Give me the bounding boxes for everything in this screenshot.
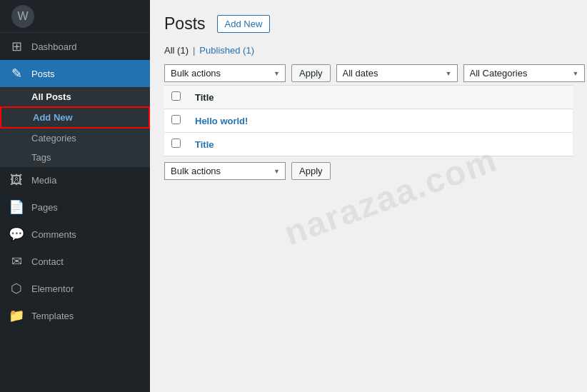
header-checkbox-col xyxy=(164,86,188,109)
page-header: Posts Add New xyxy=(164,14,573,34)
sidebar-item-media-label: Media xyxy=(31,175,56,186)
sidebar-item-posts-label: Posts xyxy=(31,69,55,79)
row-bottom-title-cell: Title xyxy=(188,133,573,156)
all-categories-select[interactable]: All Categories xyxy=(463,64,585,82)
elementor-icon: ⬡ xyxy=(9,281,24,296)
submenu-all-posts[interactable]: All Posts xyxy=(0,87,150,106)
all-categories-wrapper: All Categories xyxy=(463,64,585,82)
dashboard-icon: ⊞ xyxy=(9,39,24,54)
media-icon: 🖼 xyxy=(9,173,24,188)
top-toolbar: Bulk actions Edit Move to Trash Apply Al… xyxy=(164,64,573,82)
pages-icon: 📄 xyxy=(9,199,24,215)
header-title-col: Title xyxy=(188,86,573,109)
sidebar: W ⊞ Dashboard ✎ Posts All Posts Add New … xyxy=(0,0,150,392)
contact-icon: ✉ xyxy=(9,253,24,269)
sidebar-item-contact-label: Contact xyxy=(31,256,64,267)
row-bottom-checkbox-cell xyxy=(164,133,188,156)
comments-icon: 💬 xyxy=(9,226,24,242)
filter-all[interactable]: All (1) xyxy=(164,45,189,56)
sidebar-item-templates-label: Templates xyxy=(31,311,74,321)
bulk-actions-bottom-select[interactable]: Bulk actions Edit Move to Trash xyxy=(164,162,286,180)
submenu-categories[interactable]: Categories xyxy=(0,129,150,148)
sidebar-item-comments[interactable]: 💬 Comments xyxy=(0,221,150,248)
filter-links: All (1) | Published (1) xyxy=(164,45,573,56)
filter-separator: | xyxy=(193,45,195,56)
post-title-link[interactable]: Hello world! xyxy=(195,116,248,126)
sidebar-item-media[interactable]: 🖼 Media xyxy=(0,167,150,194)
sidebar-item-dashboard[interactable]: ⊞ Dashboard xyxy=(0,33,150,60)
row-bottom-checkbox[interactable] xyxy=(171,139,181,148)
bulk-actions-wrapper: Bulk actions Edit Move to Trash xyxy=(164,64,286,82)
post-bottom-title-link[interactable]: Title xyxy=(195,139,214,150)
sidebar-item-comments-label: Comments xyxy=(31,229,76,240)
submenu-tags[interactable]: Tags xyxy=(0,148,150,167)
sidebar-item-elementor[interactable]: ⬡ Elementor xyxy=(0,275,150,302)
all-dates-select[interactable]: All dates xyxy=(336,64,458,82)
add-new-button[interactable]: Add New xyxy=(217,15,271,33)
sidebar-item-pages-label: Pages xyxy=(31,202,58,213)
sidebar-item-posts[interactable]: ✎ Posts xyxy=(0,60,150,87)
sidebar-item-pages[interactable]: 📄 Pages xyxy=(0,194,150,221)
sidebar-item-contact[interactable]: ✉ Contact xyxy=(0,248,150,275)
sidebar-item-dashboard-label: Dashboard xyxy=(31,41,77,52)
posts-table: Title Hello world! Title xyxy=(164,85,573,156)
row-checkbox-cell xyxy=(164,109,188,133)
add-new-label: Add New xyxy=(33,112,73,123)
categories-label: Categories xyxy=(31,133,76,144)
tags-label: Tags xyxy=(31,152,51,163)
filter-published[interactable]: Published (1) xyxy=(199,45,254,56)
wp-logo-icon: W xyxy=(11,5,34,28)
bulk-actions-bottom-wrapper: Bulk actions Edit Move to Trash xyxy=(164,162,286,180)
page-title: Posts xyxy=(164,14,206,34)
table-row: Hello world! xyxy=(164,109,573,133)
sidebar-item-templates[interactable]: 📁 Templates xyxy=(0,302,150,329)
posts-icon: ✎ xyxy=(9,66,24,81)
submenu-add-new[interactable]: Add New xyxy=(0,106,150,129)
table-header-row: Title xyxy=(164,86,573,109)
all-dates-wrapper: All dates xyxy=(336,64,458,82)
row-checkbox[interactable] xyxy=(171,115,181,124)
row-title-cell: Hello world! xyxy=(188,109,573,133)
table-row-bottom: Title xyxy=(164,133,573,156)
apply-button-top[interactable]: Apply xyxy=(291,64,331,82)
select-all-checkbox[interactable] xyxy=(171,91,181,101)
apply-button-bottom[interactable]: Apply xyxy=(291,162,331,180)
posts-submenu: All Posts Add New Categories Tags xyxy=(0,87,150,167)
main-content: narazaa.com Posts Add New All (1) | Publ… xyxy=(150,0,587,392)
bottom-toolbar: Bulk actions Edit Move to Trash Apply xyxy=(164,162,573,180)
templates-icon: 📁 xyxy=(9,308,24,323)
bulk-actions-select[interactable]: Bulk actions Edit Move to Trash xyxy=(164,64,286,82)
sidebar-item-elementor-label: Elementor xyxy=(31,283,74,294)
sidebar-logo: W xyxy=(0,0,150,33)
all-posts-label: All Posts xyxy=(31,91,71,102)
